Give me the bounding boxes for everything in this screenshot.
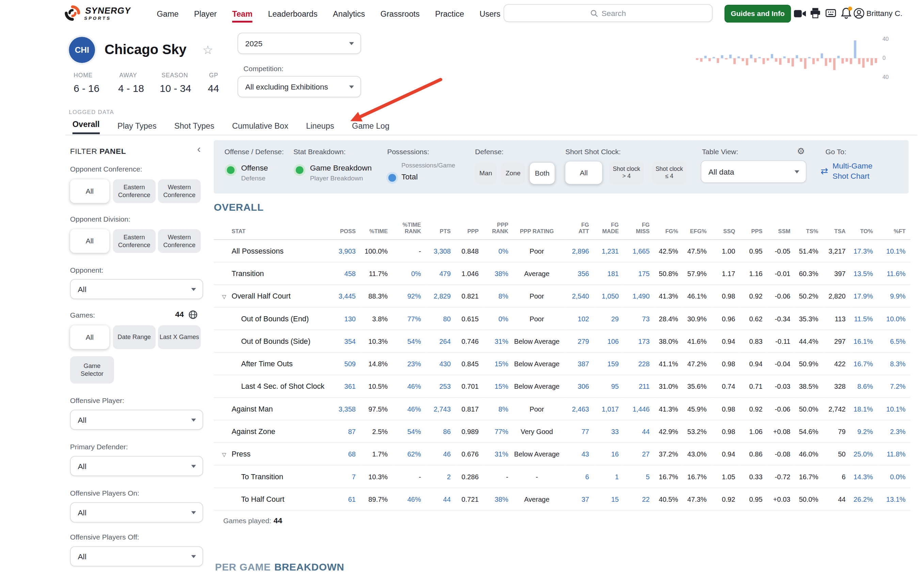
cell-ppp-rank[interactable]: 15% bbox=[484, 352, 513, 375]
cell-poss[interactable]: 87 bbox=[330, 420, 361, 443]
margin-bar[interactable] bbox=[708, 58, 711, 61]
nav-analytics[interactable]: Analytics bbox=[333, 9, 365, 18]
margin-bar[interactable] bbox=[796, 55, 798, 58]
cell-topct[interactable]: 17.3% bbox=[851, 240, 878, 262]
defense-zone-button[interactable]: Zone bbox=[501, 163, 525, 184]
bell-icon[interactable] bbox=[841, 7, 851, 19]
collapse-panel-icon[interactable]: ‹ bbox=[197, 143, 201, 156]
margin-bar[interactable] bbox=[700, 58, 702, 62]
margin-bar[interactable] bbox=[858, 58, 860, 64]
col-header-fg-miss[interactable]: FG MISS bbox=[624, 222, 654, 240]
season-select[interactable]: 2025 bbox=[238, 32, 361, 54]
game-selector-button[interactable]: Game Selector bbox=[70, 356, 114, 384]
cell-topct[interactable]: 14.3% bbox=[851, 465, 878, 488]
cell-fg-made[interactable]: 181 bbox=[594, 262, 624, 284]
cell-fg-miss[interactable]: 5 bbox=[624, 465, 654, 488]
cell-poss[interactable]: 7 bbox=[330, 465, 361, 488]
stat-cell[interactable]: Out of Bounds (End) bbox=[214, 307, 330, 330]
video-camera-icon[interactable] bbox=[794, 10, 807, 18]
margin-bar[interactable] bbox=[820, 54, 823, 58]
cell-pctft[interactable]: 11.6% bbox=[878, 262, 910, 284]
margin-bar[interactable] bbox=[754, 58, 757, 62]
col-header-pps[interactable]: PPS bbox=[740, 222, 767, 240]
margin-bar[interactable] bbox=[783, 57, 786, 58]
margin-bar[interactable] bbox=[812, 58, 815, 64]
col-header-pcttime[interactable]: %TIME bbox=[361, 222, 393, 240]
favorite-star-icon[interactable]: ☆ bbox=[203, 43, 213, 57]
possessions-toggle-knob[interactable] bbox=[388, 174, 396, 182]
cell-fg-miss[interactable]: 228 bbox=[624, 352, 654, 375]
cell-pcttime-rank[interactable]: 77% bbox=[393, 307, 426, 330]
player-breakdown-option[interactable]: Player Breakdown bbox=[310, 175, 363, 182]
cell-pcttime-rank[interactable]: 54% bbox=[393, 420, 426, 443]
cell-pts[interactable]: 253 bbox=[426, 375, 456, 397]
cell-pts[interactable]: 3,308 bbox=[426, 240, 456, 262]
cell-fg-miss[interactable]: 22 bbox=[624, 488, 654, 510]
tab-lineups[interactable]: Lineups bbox=[306, 122, 334, 135]
cell-ppp-rank[interactable]: 77% bbox=[484, 420, 513, 443]
cell-fg-miss[interactable]: 175 bbox=[624, 262, 654, 284]
stat-cell[interactable]: Transition bbox=[214, 262, 330, 284]
cell-poss[interactable]: 354 bbox=[330, 330, 361, 352]
nav-grassroots[interactable]: Grassroots bbox=[380, 9, 419, 18]
col-header-stat[interactable]: STAT bbox=[214, 222, 330, 240]
guides-info-button[interactable]: Guides and Info bbox=[724, 5, 791, 23]
margin-bar[interactable] bbox=[721, 55, 723, 58]
games-all-button[interactable]: All bbox=[70, 325, 109, 349]
margin-bar[interactable] bbox=[713, 57, 715, 58]
col-header-topct[interactable]: TO% bbox=[851, 222, 878, 240]
cell-topct[interactable]: 16.1% bbox=[851, 330, 878, 352]
possessions-per-game-option[interactable]: Possessions/Game bbox=[401, 161, 455, 169]
tab-cumulative-box[interactable]: Cumulative Box bbox=[232, 122, 288, 135]
cell-topct[interactable]: 16.7% bbox=[851, 352, 878, 375]
globe-icon[interactable] bbox=[188, 310, 198, 319]
col-header-ppp[interactable]: PPP bbox=[456, 222, 484, 240]
cell-fg-att[interactable]: 37 bbox=[565, 488, 594, 510]
shot-clock-gt4-button[interactable]: Shot clock > 4 bbox=[609, 161, 644, 184]
cell-topct[interactable]: 13.5% bbox=[851, 262, 878, 284]
nav-player[interactable]: Player bbox=[194, 9, 217, 18]
cell-fg-miss[interactable]: 1,490 bbox=[624, 284, 654, 307]
cell-pcttime-rank[interactable]: 46% bbox=[393, 488, 426, 510]
cell-fg-miss[interactable]: 1,665 bbox=[624, 240, 654, 262]
cell-fg-att[interactable]: 306 bbox=[565, 375, 594, 397]
col-header-poss[interactable]: POSS bbox=[330, 222, 361, 240]
cell-pcttime-rank[interactable]: 46% bbox=[393, 398, 426, 420]
cell-pctft[interactable]: 6.5% bbox=[878, 330, 910, 352]
cell-fg-att[interactable]: 2,540 bbox=[565, 284, 594, 307]
user-name[interactable]: Brittany C. bbox=[866, 9, 903, 18]
cell-poss[interactable]: 68 bbox=[330, 443, 361, 465]
margin-bar[interactable] bbox=[817, 58, 819, 61]
margin-bar[interactable] bbox=[758, 57, 761, 58]
margin-bar[interactable] bbox=[804, 58, 807, 69]
col-header-pts[interactable]: PTS bbox=[426, 222, 456, 240]
margin-bar[interactable] bbox=[841, 58, 844, 64]
cell-fg-made[interactable]: 1 bbox=[594, 465, 624, 488]
cell-ppp-rank[interactable]: 8% bbox=[484, 398, 513, 420]
cell-poss[interactable]: 3,445 bbox=[330, 284, 361, 307]
cell-pctft[interactable]: 10.0% bbox=[878, 307, 910, 330]
tab-overall[interactable]: Overall bbox=[73, 120, 100, 134]
col-header-ssq[interactable]: SSQ bbox=[711, 222, 740, 240]
margin-bar[interactable] bbox=[788, 58, 790, 63]
possessions-total-option[interactable]: Total bbox=[401, 172, 418, 181]
gear-icon[interactable]: ⚙ bbox=[797, 146, 805, 157]
cell-topct[interactable]: 25.0% bbox=[851, 443, 878, 465]
cell-pctft[interactable]: 10.1% bbox=[878, 398, 910, 420]
offense-toggle-knob[interactable] bbox=[227, 166, 235, 174]
cell-ppp-rank[interactable]: 15% bbox=[484, 375, 513, 397]
cell-fg-made[interactable]: 1,017 bbox=[594, 398, 624, 420]
margin-bar[interactable] bbox=[870, 58, 873, 65]
margin-bar[interactable] bbox=[837, 56, 840, 58]
cell-fg-made[interactable]: 15 bbox=[594, 488, 624, 510]
cell-topct[interactable]: 8.6% bbox=[851, 375, 878, 397]
cell-pctft[interactable]: 2.3% bbox=[878, 420, 910, 443]
synergy-logo[interactable]: SYNERGY SPORTS bbox=[64, 5, 130, 21]
margin-bar[interactable] bbox=[829, 58, 831, 62]
margin-bar[interactable] bbox=[742, 58, 744, 61]
games-date-range-button[interactable]: Date Range bbox=[113, 325, 156, 349]
stat-breakdown-knob[interactable] bbox=[296, 166, 304, 174]
tab-game-log[interactable]: Game Log bbox=[352, 122, 390, 135]
cell-fg-miss[interactable]: 27 bbox=[624, 443, 654, 465]
stat-cell[interactable]: ▽Overall Half Court bbox=[214, 284, 330, 307]
